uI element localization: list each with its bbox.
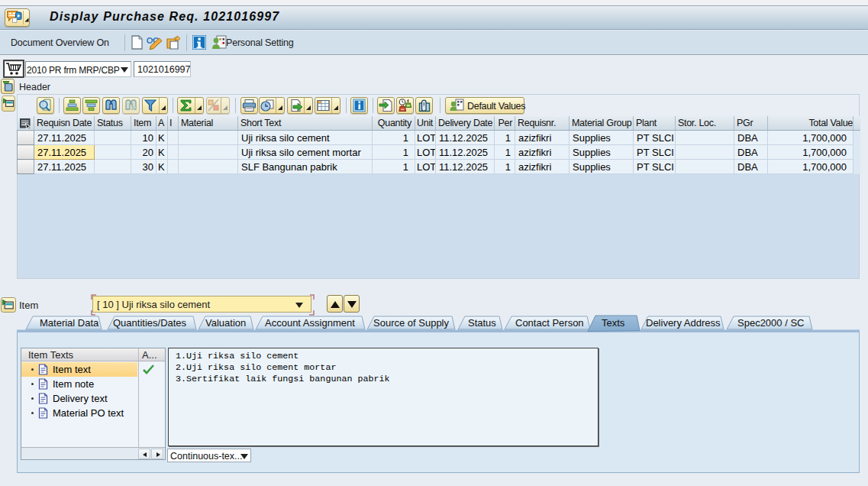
svg-text:Status: Status [468,317,496,329]
svg-text:Texts: Texts [602,317,625,329]
svg-text:Contact Person: Contact Person [515,317,584,329]
svg-text:Source of Supply: Source of Supply [373,317,450,329]
svg-text:Valuation: Valuation [205,317,246,329]
svg-text:Material Data: Material Data [40,317,99,329]
svg-text:Delivery Address: Delivery Address [646,317,721,329]
svg-text:Spec2000 / SC: Spec2000 / SC [737,317,804,329]
svg-text:Quantities/Dates: Quantities/Dates [113,317,187,329]
svg-text:Account Assignment: Account Assignment [265,317,355,329]
